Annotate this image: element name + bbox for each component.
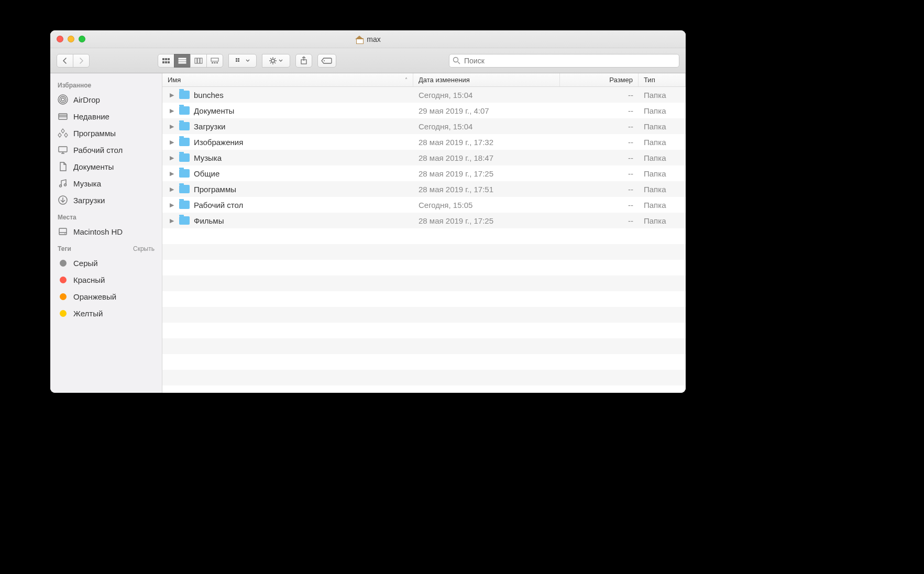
folder-icon	[179, 216, 190, 225]
sidebar-item-label: Загрузки	[73, 196, 105, 205]
sidebar-item[interactable]: Недавние	[50, 108, 162, 125]
sidebar-hide-button[interactable]: Скрыть	[133, 245, 155, 252]
close-button[interactable]	[57, 36, 63, 42]
table-row[interactable]: ▶Программы28 мая 2019 г., 17:51--Папка	[162, 181, 686, 197]
table-row[interactable]: ▶Документы29 мая 2019 г., 4:07--Папка	[162, 103, 686, 118]
finder-window: max	[50, 30, 686, 393]
empty-stripe	[162, 291, 686, 307]
sidebar-item[interactable]: Красный	[50, 271, 162, 288]
disclosure-triangle-icon[interactable]: ▶	[170, 186, 175, 193]
column-header-size[interactable]: Размер	[560, 73, 639, 86]
cell-name: ▶Загрузки	[162, 122, 413, 131]
disclosure-triangle-icon[interactable]: ▶	[170, 154, 175, 161]
column-header-date[interactable]: Дата изменения	[413, 73, 560, 86]
svg-point-34	[61, 98, 64, 101]
cell-kind: Папка	[639, 91, 686, 100]
cell-date: 28 мая 2019 г., 17:25	[413, 169, 560, 178]
tags-button[interactable]	[317, 54, 336, 68]
sidebar-section-title: Места	[58, 214, 76, 221]
disclosure-triangle-icon[interactable]: ▶	[170, 107, 175, 114]
view-columns-button[interactable]	[190, 54, 207, 68]
sidebar-item[interactable]: Музыка	[50, 175, 162, 192]
sidebar-item[interactable]: Серый	[50, 255, 162, 271]
file-name: bunches	[194, 91, 224, 100]
disclosure-triangle-icon[interactable]: ▶	[170, 92, 175, 98]
disclosure-triangle-icon[interactable]: ▶	[170, 139, 175, 146]
disclosure-triangle-icon[interactable]: ▶	[170, 170, 175, 177]
sidebar-item[interactable]: Желтый	[50, 305, 162, 322]
table-row[interactable]: ▶Музыка28 мая 2019 г., 18:47--Папка	[162, 150, 686, 165]
cell-kind: Папка	[639, 138, 686, 147]
svg-rect-16	[236, 58, 237, 60]
cell-kind: Папка	[639, 122, 686, 131]
svg-rect-4	[165, 61, 167, 63]
folder-icon	[179, 153, 190, 162]
table-row[interactable]: ▶Фильмы28 мая 2019 г., 17:25--Папка	[162, 213, 686, 228]
airdrop-icon	[58, 94, 68, 105]
body: ИзбранноеAirDropНедавниеПрограммыРабочий…	[50, 73, 686, 393]
table-row[interactable]: ▶Изображения28 мая 2019 г., 17:32--Папка	[162, 134, 686, 150]
sidebar-section-title: Теги	[58, 245, 71, 252]
svg-rect-9	[195, 58, 197, 63]
sidebar-item[interactable]: Загрузки	[50, 192, 162, 208]
sidebar-item[interactable]: Рабочий стол	[50, 141, 162, 158]
cell-size: --	[560, 91, 639, 100]
sidebar-section-title: Избранное	[58, 82, 91, 89]
sidebar-item[interactable]: Оранжевый	[50, 288, 162, 305]
column-header-name[interactable]: Имя ˄	[162, 73, 413, 86]
titlebar[interactable]: max	[50, 30, 686, 48]
cell-name: ▶Рабочий стол	[162, 201, 413, 209]
forward-button[interactable]	[73, 54, 90, 68]
table-row[interactable]: ▶Общие28 мая 2019 г., 17:25--Папка	[162, 165, 686, 181]
action-button[interactable]	[262, 54, 290, 68]
folder-icon	[179, 122, 190, 130]
view-list-button[interactable]	[174, 54, 191, 68]
sidebar-item-label: Оранжевый	[73, 292, 116, 301]
column-header-kind[interactable]: Тип	[639, 73, 686, 86]
view-gallery-button[interactable]	[206, 54, 223, 68]
sidebar-item[interactable]: Программы	[50, 125, 162, 141]
search-field[interactable]	[449, 54, 679, 68]
group-by-segment	[228, 54, 257, 68]
svg-rect-17	[238, 58, 239, 60]
disclosure-triangle-icon[interactable]: ▶	[170, 202, 175, 208]
disclosure-triangle-icon[interactable]: ▶	[170, 123, 175, 130]
svg-point-20	[271, 59, 274, 62]
svg-rect-19	[238, 60, 239, 62]
cell-date: 28 мая 2019 г., 17:32	[413, 138, 560, 147]
table-row[interactable]: ▶ЗагрузкиСегодня, 15:04--Папка	[162, 118, 686, 134]
sidebar-item[interactable]: Документы	[50, 158, 162, 175]
sidebar-item[interactable]: Macintosh HD	[50, 223, 162, 240]
cell-name: ▶Общие	[162, 169, 413, 178]
folder-icon	[179, 185, 190, 193]
cell-kind: Папка	[639, 153, 686, 162]
tag-dot-icon	[58, 258, 68, 268]
disclosure-triangle-icon[interactable]: ▶	[170, 217, 175, 224]
sidebar[interactable]: ИзбранноеAirDropНедавниеПрограммыРабочий…	[50, 73, 162, 393]
search-icon	[453, 57, 460, 67]
svg-point-43	[60, 185, 62, 187]
cell-date: Сегодня, 15:04	[413, 122, 560, 131]
zoom-button[interactable]	[79, 36, 85, 42]
view-icons-button[interactable]	[158, 54, 174, 68]
cell-date: 28 мая 2019 г., 18:47	[413, 153, 560, 162]
file-name: Рабочий стол	[194, 201, 243, 209]
svg-rect-8	[179, 62, 186, 63]
table-row[interactable]: ▶bunchesСегодня, 15:04--Папка	[162, 87, 686, 103]
file-rows[interactable]: ▶bunchesСегодня, 15:04--Папка▶Документы2…	[162, 87, 686, 393]
sidebar-item[interactable]: AirDrop	[50, 91, 162, 108]
minimize-button[interactable]	[68, 36, 74, 42]
cell-kind: Папка	[639, 106, 686, 115]
search-input[interactable]	[449, 54, 679, 68]
back-button[interactable]	[57, 54, 73, 68]
svg-point-35	[60, 96, 66, 103]
cell-date: 28 мая 2019 г., 17:51	[413, 185, 560, 194]
table-row[interactable]: ▶Рабочий столСегодня, 15:05--Папка	[162, 197, 686, 213]
sidebar-item-label: Красный	[73, 275, 105, 284]
share-button[interactable]	[295, 54, 312, 68]
desktop-icon	[58, 145, 68, 155]
sidebar-item-label: AirDrop	[73, 95, 100, 104]
cell-kind: Папка	[639, 216, 686, 225]
group-by-button[interactable]	[228, 54, 257, 68]
column-name-label: Имя	[168, 76, 181, 84]
